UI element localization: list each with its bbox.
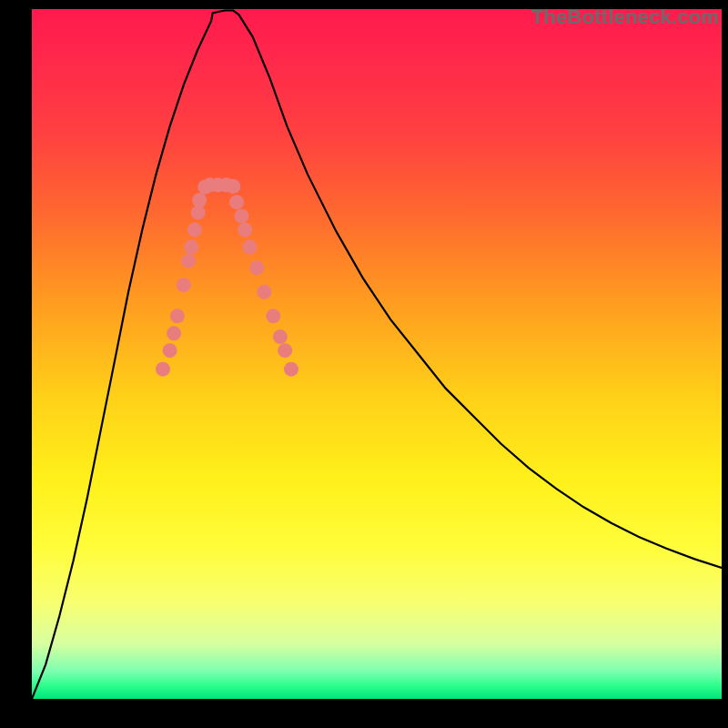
data-dot <box>192 193 207 207</box>
data-dot <box>249 260 264 275</box>
data-dot <box>278 343 292 358</box>
data-dot <box>191 206 206 220</box>
data-dot <box>187 223 202 238</box>
data-dot <box>226 179 240 194</box>
data-dot <box>167 326 181 340</box>
data-dot <box>234 208 248 223</box>
data-dot <box>266 308 280 323</box>
data-dot <box>163 343 177 358</box>
data-dot <box>257 285 271 299</box>
data-dot <box>229 195 244 209</box>
watermark-text: TheBottleneck.com <box>531 5 719 29</box>
chart-curve-group <box>32 11 722 700</box>
chart-dots-group <box>156 177 298 376</box>
data-dot <box>243 240 258 255</box>
chart-stage: TheBottleneck.com <box>0 0 728 728</box>
data-dot <box>273 329 288 344</box>
data-dot <box>156 362 170 377</box>
data-dot <box>181 254 196 268</box>
data-dot <box>170 308 185 323</box>
data-dot <box>177 278 191 292</box>
chart-svg <box>32 9 722 699</box>
data-dot <box>238 223 252 238</box>
chart-plot-area <box>32 9 722 699</box>
data-dot <box>184 240 198 255</box>
bottleneck-curve <box>32 11 722 700</box>
data-dot <box>284 362 298 377</box>
